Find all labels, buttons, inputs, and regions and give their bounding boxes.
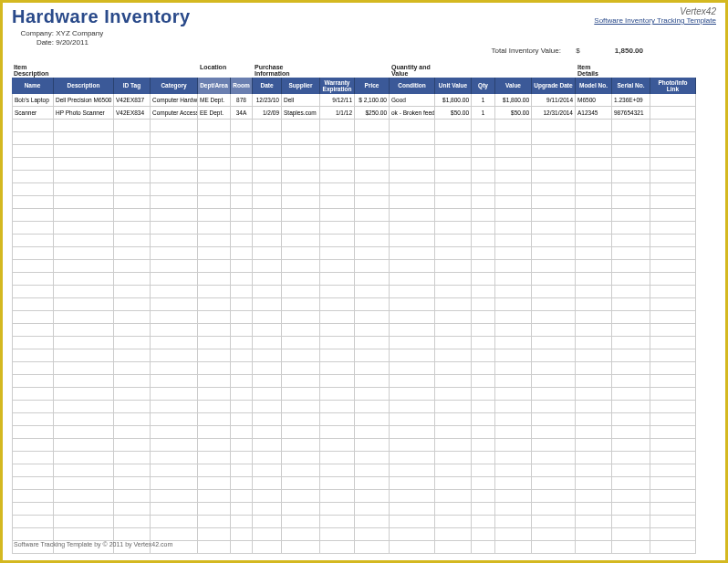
cell-upgrade[interactable]: 12/31/2014	[532, 107, 576, 120]
cell-price[interactable]	[355, 145, 390, 158]
cell-condition[interactable]	[390, 324, 435, 337]
cell-id_tag[interactable]	[114, 375, 151, 388]
cell-value[interactable]	[495, 247, 532, 260]
cell-serial[interactable]	[612, 362, 650, 375]
cell-price[interactable]	[355, 158, 390, 171]
cell-supplier[interactable]	[282, 298, 320, 311]
table-row[interactable]: ScannerHP Photo ScannerV42EX834Computer …	[12, 107, 716, 120]
cell-supplier[interactable]	[282, 158, 320, 171]
cell-price[interactable]	[355, 375, 390, 388]
cell-upgrade[interactable]	[532, 222, 576, 235]
cell-category[interactable]	[151, 413, 198, 426]
cell-photo[interactable]	[650, 311, 696, 324]
cell-condition[interactable]	[390, 222, 435, 235]
cell-room[interactable]	[231, 362, 253, 375]
cell-price[interactable]	[355, 426, 390, 439]
cell-category[interactable]	[151, 247, 198, 260]
cell-category[interactable]	[151, 235, 198, 247]
cell-description[interactable]	[54, 503, 114, 516]
cell-qty[interactable]	[472, 145, 495, 158]
cell-unit_value[interactable]	[435, 337, 472, 349]
cell-room[interactable]	[231, 516, 253, 528]
cell-photo[interactable]	[650, 541, 696, 554]
cell-pdate[interactable]	[253, 362, 282, 375]
cell-model[interactable]: M6500	[576, 94, 612, 107]
table-row[interactable]: Bob's LaptopDell Precision M6500V42EX837…	[12, 94, 716, 107]
cell-qty[interactable]: 1	[472, 107, 495, 120]
table-row[interactable]	[12, 247, 716, 260]
cell-warranty[interactable]	[320, 132, 355, 145]
cell-name[interactable]	[12, 464, 54, 477]
cell-model[interactable]	[576, 349, 612, 362]
cell-dept_area[interactable]	[198, 490, 231, 503]
cell-category[interactable]: Computer Accesso	[151, 107, 198, 120]
cell-model[interactable]	[576, 516, 612, 528]
cell-price[interactable]: $250.00	[355, 107, 390, 120]
cell-description[interactable]	[54, 222, 114, 235]
cell-warranty[interactable]	[320, 349, 355, 362]
cell-qty[interactable]	[472, 349, 495, 362]
cell-unit_value[interactable]	[435, 401, 472, 413]
cell-id_tag[interactable]	[114, 132, 151, 145]
cell-warranty[interactable]: 1/1/12	[320, 107, 355, 120]
cell-warranty[interactable]	[320, 401, 355, 413]
cell-dept_area[interactable]	[198, 541, 231, 554]
cell-name[interactable]	[12, 375, 54, 388]
table-row[interactable]	[12, 426, 716, 439]
cell-condition[interactable]	[390, 171, 435, 183]
cell-serial[interactable]	[612, 247, 650, 260]
cell-serial[interactable]	[612, 503, 650, 516]
cell-category[interactable]	[151, 349, 198, 362]
cell-upgrade[interactable]	[532, 324, 576, 337]
cell-model[interactable]	[576, 260, 612, 273]
cell-upgrade[interactable]	[532, 413, 576, 426]
cell-room[interactable]	[231, 541, 253, 554]
cell-condition[interactable]	[390, 337, 435, 349]
cell-category[interactable]	[151, 298, 198, 311]
table-row[interactable]	[12, 337, 716, 349]
cell-name[interactable]	[12, 401, 54, 413]
cell-category[interactable]	[151, 401, 198, 413]
cell-dept_area[interactable]	[198, 477, 231, 490]
cell-upgrade[interactable]	[532, 541, 576, 554]
cell-name[interactable]	[12, 426, 54, 439]
cell-supplier[interactable]	[282, 439, 320, 452]
cell-price[interactable]	[355, 349, 390, 362]
cell-name[interactable]	[12, 311, 54, 324]
cell-serial[interactable]	[612, 388, 650, 401]
cell-value[interactable]	[495, 183, 532, 196]
cell-price[interactable]	[355, 260, 390, 273]
cell-warranty[interactable]	[320, 452, 355, 464]
cell-upgrade[interactable]	[532, 362, 576, 375]
cell-supplier[interactable]	[282, 490, 320, 503]
cell-room[interactable]	[231, 235, 253, 247]
cell-dept_area[interactable]	[198, 158, 231, 171]
cell-dept_area[interactable]	[198, 375, 231, 388]
cell-category[interactable]	[151, 286, 198, 298]
cell-photo[interactable]	[650, 222, 696, 235]
cell-value[interactable]	[495, 120, 532, 132]
cell-value[interactable]	[495, 388, 532, 401]
cell-serial[interactable]	[612, 490, 650, 503]
cell-condition[interactable]: Good	[390, 94, 435, 107]
cell-upgrade[interactable]	[532, 183, 576, 196]
cell-condition[interactable]	[390, 490, 435, 503]
cell-serial[interactable]	[612, 222, 650, 235]
cell-qty[interactable]	[472, 541, 495, 554]
cell-unit_value[interactable]	[435, 158, 472, 171]
cell-qty[interactable]	[472, 528, 495, 541]
cell-price[interactable]	[355, 324, 390, 337]
cell-value[interactable]	[495, 196, 532, 209]
cell-upgrade[interactable]	[532, 528, 576, 541]
table-row[interactable]	[12, 528, 716, 541]
cell-description[interactable]	[54, 490, 114, 503]
cell-pdate[interactable]	[253, 247, 282, 260]
cell-photo[interactable]	[650, 426, 696, 439]
cell-name[interactable]	[12, 337, 54, 349]
cell-warranty[interactable]	[320, 503, 355, 516]
cell-description[interactable]	[54, 349, 114, 362]
cell-id_tag[interactable]: V42EX837	[114, 94, 151, 107]
cell-price[interactable]	[355, 171, 390, 183]
table-row[interactable]	[12, 145, 716, 158]
cell-supplier[interactable]	[282, 349, 320, 362]
